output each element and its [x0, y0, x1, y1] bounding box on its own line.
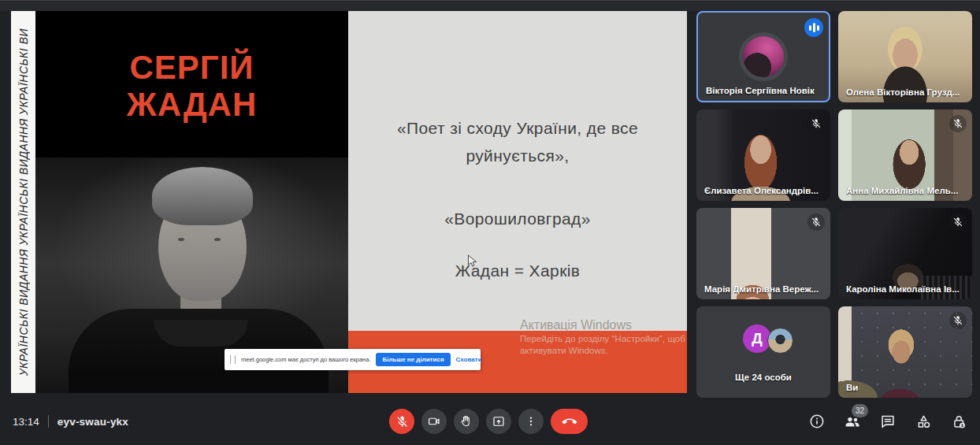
clock-time: 13:14	[13, 416, 39, 428]
mic-muted-icon	[807, 213, 825, 231]
mic-muted-icon	[949, 115, 967, 132]
windows-activation-watermark: Активація Windows Перейдіть до розділу "…	[520, 317, 685, 357]
chat-icon	[879, 413, 896, 430]
slide-quote-3: Жадан = Харків	[348, 257, 687, 284]
mouse-cursor-icon	[467, 254, 477, 271]
more-participants-label: Ще 24 особи	[696, 373, 830, 382]
camera-button[interactable]	[421, 409, 447, 434]
more-options-icon	[525, 415, 537, 428]
participant-tile[interactable]: Анна Михайлівна Мель...	[838, 109, 972, 201]
present-screen-button[interactable]	[486, 409, 511, 434]
slide-left-panel: СЕРГІЙ ЖАДАН	[35, 11, 348, 393]
participant-tile[interactable]: Кароліна Миколаївна Ів...	[838, 208, 972, 299]
participant-name: Анна Михайлівна Мель...	[846, 186, 958, 195]
activities-button[interactable]	[912, 410, 934, 432]
screen-share-banner: meet.google.com має доступ до вашого екр…	[225, 349, 481, 370]
participants-button[interactable]: 32	[841, 410, 863, 432]
info-icon	[808, 413, 826, 430]
more-options-button[interactable]	[518, 409, 544, 434]
meeting-panels-toolbar: 32	[806, 410, 970, 432]
mic-muted-icon	[807, 115, 825, 132]
stop-sharing-button[interactable]: Більше не ділитися	[376, 353, 450, 366]
meeting-details-button[interactable]	[806, 410, 828, 432]
slide-quote-2: «Ворошиловград»	[348, 205, 687, 232]
divider	[48, 415, 49, 428]
microphone-mute-button[interactable]	[389, 409, 414, 434]
participant-name: Кароліна Миколаївна Ів...	[846, 284, 960, 294]
meeting-info: 13:14 eyv-swau-ykx	[13, 415, 128, 428]
participants-count-badge: 32	[852, 404, 868, 417]
camera-icon	[427, 414, 441, 428]
slide-quote-1: «Поет зі сходу України, де все руйнуєтьс…	[348, 114, 687, 169]
share-banner-message: meet.google.com має доступ до вашого екр…	[241, 356, 370, 363]
drag-handle-icon[interactable]	[230, 355, 236, 364]
window-top-strip	[0, 0, 980, 11]
mic-muted-icon	[395, 415, 409, 428]
call-end-icon	[562, 413, 577, 429]
self-view-label: Ви	[846, 383, 858, 392]
self-view-tile[interactable]: Ви	[838, 306, 972, 398]
participant-tile-active-speaker[interactable]: Вікторія Сергіївна Новік	[696, 11, 830, 102]
chat-button[interactable]	[877, 410, 899, 432]
meeting-code: eyv-swau-ykx	[58, 416, 128, 428]
participant-tile[interactable]: Марія Дмитрівна Вереж...	[696, 208, 830, 299]
participant-name: Олена Вікторівна Грузд...	[846, 87, 960, 97]
call-controls	[389, 409, 588, 434]
slide-title-line1: СЕРГІЙ	[35, 49, 348, 86]
host-controls-lock-icon	[950, 413, 968, 431]
host-controls-button[interactable]	[948, 410, 970, 432]
participant-name: Єлизавета Олександрів...	[704, 186, 819, 195]
raise-hand-icon	[459, 414, 473, 428]
slide-side-strip: УКРАЇНСЬКІ ВИДАННЯ УКРАЇНСЬКІ ВИДАННЯ УК…	[11, 11, 35, 393]
present-screen-icon	[492, 414, 506, 428]
slide-title: СЕРГІЙ ЖАДАН	[35, 49, 348, 123]
google-meet-window: УКРАЇНСЬКІ ВИДАННЯ УКРАЇНСЬКІ ВИДАННЯ УК…	[0, 0, 980, 445]
avatar	[743, 36, 784, 77]
slide-side-text: УКРАЇНСЬКІ ВИДАННЯ УКРАЇНСЬКІ ВИДАННЯ УК…	[17, 28, 30, 376]
hide-banner-link[interactable]: Сховати	[456, 356, 482, 363]
participant-tile[interactable]: Олена Вікторівна Грузд...	[838, 11, 972, 102]
leave-call-button[interactable]	[551, 409, 588, 434]
participant-name: Марія Дмитрівна Вереж...	[704, 284, 819, 294]
activities-icon	[915, 413, 933, 431]
mic-muted-icon	[949, 312, 967, 329]
raise-hand-button[interactable]	[454, 409, 479, 434]
mic-muted-icon	[949, 213, 967, 231]
audio-level-icon	[804, 18, 823, 37]
participant-name: Вікторія Сергіївна Новік	[706, 86, 815, 95]
participant-tile[interactable]: Єлизавета Олександрів...	[696, 109, 830, 201]
more-participants-tile[interactable]: Д Ще 24 особи	[696, 306, 830, 398]
avatar	[767, 328, 793, 354]
slide-right-panel: «Поет зі сходу України, де все руйнуєтьс…	[348, 11, 687, 393]
slide-title-line2: ЖАДАН	[35, 86, 348, 123]
